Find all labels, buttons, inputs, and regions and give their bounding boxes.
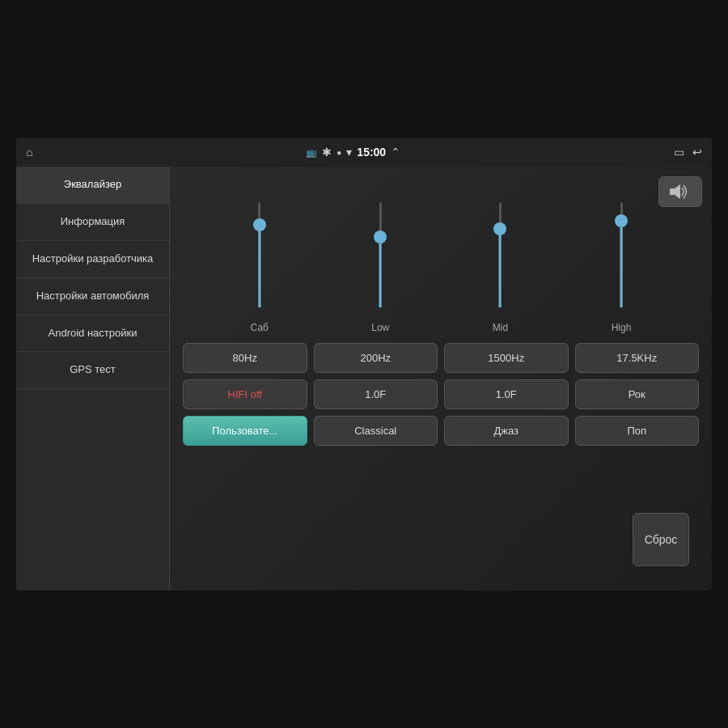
- slider-track-low[interactable]: [372, 188, 388, 314]
- slider-line-high: [620, 227, 623, 307]
- reset-button[interactable]: Сброс: [633, 513, 689, 566]
- freq-btn-17khz[interactable]: 17.5KHz: [575, 343, 700, 373]
- eq-panel: Саб Low: [170, 167, 712, 590]
- reset-btn-container: Сброс: [633, 513, 689, 566]
- cast-icon: 📺: [306, 147, 317, 158]
- buttons-section-wrapper: 80Hz 200Hz 1500Hz 17.5KHz HIFI off 1.0F …: [183, 340, 699, 578]
- bluetooth-icon: ✱: [322, 146, 332, 159]
- slider-label-cab: Саб: [251, 322, 269, 333]
- slider-track-mid[interactable]: [492, 188, 508, 314]
- status-left: ⌂: [26, 146, 32, 159]
- hifi-btn[interactable]: HIFI off: [183, 379, 307, 409]
- sidebar-item-car-settings[interactable]: Настройки автомобиля: [16, 278, 169, 315]
- sidebar: Эквалайзер Информация Настройки разработ…: [16, 167, 170, 590]
- sliders-area: Саб Low: [183, 188, 699, 333]
- slider-col-low: Low: [371, 188, 389, 333]
- svg-marker-1: [675, 184, 680, 199]
- sidebar-item-android-settings[interactable]: Android настройки: [16, 315, 169, 353]
- preset-1f-btn-1[interactable]: 1.0F: [314, 379, 438, 409]
- back-icon: ↩: [692, 146, 702, 159]
- sidebar-item-equalizer[interactable]: Эквалайзер: [16, 167, 169, 204]
- user-preset-btn[interactable]: Пользовате...: [183, 416, 307, 446]
- slider-track-bg-cab: [258, 202, 260, 307]
- sidebar-item-gps-test[interactable]: GPS тест: [16, 352, 169, 389]
- eq-icon: [669, 183, 692, 201]
- slider-label-high: High: [612, 322, 632, 333]
- sidebar-item-dev-settings[interactable]: Настройки разработчика: [16, 241, 169, 278]
- slider-col-high: High: [612, 188, 632, 333]
- device-frame: ⌂ 📺 ✱ ● ▾ 15:00 ⌃ ▭ ↩: [0, 0, 728, 728]
- status-center: 📺 ✱ ● ▾ 15:00 ⌃: [306, 146, 400, 159]
- slider-knob-cab[interactable]: [253, 218, 266, 231]
- slider-col-cab: Саб: [251, 188, 269, 333]
- arrow-up-icon: ⌃: [391, 146, 400, 159]
- slider-line-mid: [499, 235, 502, 307]
- slider-label-mid: Mid: [493, 322, 508, 333]
- eq-icon-button[interactable]: [658, 176, 702, 207]
- slider-track-bg-mid: [499, 202, 502, 307]
- jazz-btn[interactable]: Джаз: [444, 416, 569, 446]
- svg-rect-0: [670, 188, 675, 195]
- freq-btn-80hz[interactable]: 80Hz: [183, 343, 307, 373]
- slider-label-low: Low: [371, 322, 389, 333]
- freq-btn-200hz[interactable]: 200Hz: [314, 343, 438, 373]
- status-bar: ⌂ 📺 ✱ ● ▾ 15:00 ⌃ ▭ ↩: [16, 138, 712, 167]
- preset-row-2: Пользовате... Classical Джаз Поп: [183, 416, 699, 446]
- slider-knob-mid[interactable]: [493, 222, 506, 235]
- slider-knob-low[interactable]: [374, 231, 387, 243]
- preset-1f-btn-2[interactable]: 1.0F: [444, 379, 569, 409]
- pop-btn[interactable]: Поп: [575, 416, 700, 446]
- main-content: Эквалайзер Информация Настройки разработ…: [16, 167, 712, 590]
- sidebar-item-info[interactable]: Информация: [16, 204, 169, 241]
- home-icon: ⌂: [26, 146, 32, 159]
- classical-btn[interactable]: Classical: [314, 416, 438, 446]
- rock-btn[interactable]: Рок: [575, 379, 700, 409]
- slider-knob-high[interactable]: [615, 214, 628, 227]
- slider-track-bg-high: [620, 202, 623, 307]
- slider-track-cab[interactable]: [252, 188, 268, 314]
- slider-col-mid: Mid: [492, 188, 508, 333]
- freq-row: 80Hz 200Hz 1500Hz 17.5KHz: [183, 343, 699, 373]
- status-right: ▭ ↩: [674, 146, 702, 159]
- status-time: 15:00: [357, 146, 386, 159]
- preset-row-1: HIFI off 1.0F 1.0F Рок: [183, 379, 699, 409]
- slider-track-high[interactable]: [613, 188, 629, 314]
- slider-line-low: [379, 243, 382, 307]
- buttons-section: 80Hz 200Hz 1500Hz 17.5KHz HIFI off 1.0F …: [183, 343, 699, 446]
- dot-icon: ●: [336, 148, 341, 157]
- screen: ⌂ 📺 ✱ ● ▾ 15:00 ⌃ ▭ ↩: [16, 138, 712, 590]
- signal-icon: ▾: [346, 146, 352, 159]
- slider-line-cab: [258, 231, 260, 307]
- slider-track-bg-low: [379, 202, 382, 307]
- recents-icon: ▭: [674, 146, 684, 159]
- freq-btn-1500hz[interactable]: 1500Hz: [444, 343, 569, 373]
